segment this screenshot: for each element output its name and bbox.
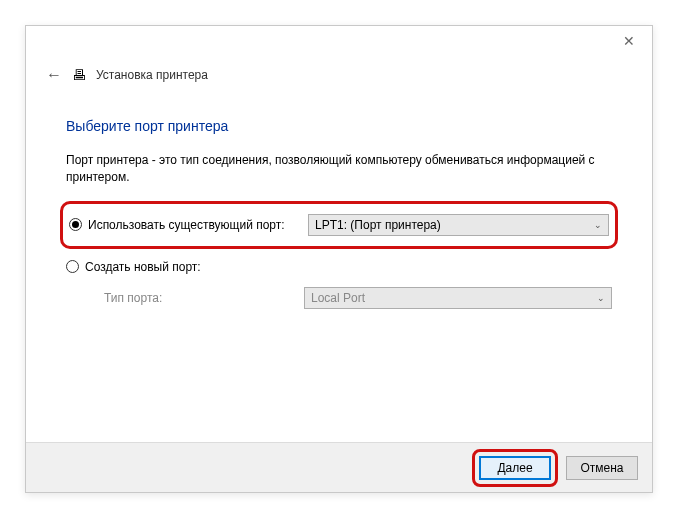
highlight-next-button: Далее <box>472 449 558 487</box>
option-create-new: Создать новый порт: <box>66 255 612 279</box>
select-port-type: Local Port ⌄ <box>304 287 612 309</box>
page-title: Выберите порт принтера <box>66 118 612 134</box>
printer-icon: 🖶 <box>72 67 86 83</box>
next-button-label: Далее <box>497 461 532 475</box>
port-type-row: Тип порта: Local Port ⌄ <box>66 287 612 309</box>
radio-use-existing[interactable] <box>69 218 82 231</box>
next-button[interactable]: Далее <box>479 456 551 480</box>
cancel-button-label: Отмена <box>580 461 623 475</box>
label-port-type: Тип порта: <box>104 291 304 305</box>
breadcrumb: Установка принтера <box>96 68 208 82</box>
select-port-type-value: Local Port <box>311 291 365 305</box>
label-create-new[interactable]: Создать новый порт: <box>85 260 305 274</box>
wizard-window: ✕ ← 🖶 Установка принтера Выберите порт п… <box>25 25 653 493</box>
option-use-existing: Использовать существующий порт: LPT1: (П… <box>69 209 609 241</box>
cancel-button[interactable]: Отмена <box>566 456 638 480</box>
close-icon[interactable]: ✕ <box>614 29 644 53</box>
select-existing-port[interactable]: LPT1: (Порт принтера) ⌄ <box>308 214 609 236</box>
radio-create-new[interactable] <box>66 260 79 273</box>
titlebar: ✕ <box>26 26 652 56</box>
select-existing-port-value: LPT1: (Порт принтера) <box>315 218 441 232</box>
content-area: Выберите порт принтера Порт принтера - э… <box>26 88 652 309</box>
chevron-down-icon: ⌄ <box>594 220 602 230</box>
button-bar: Далее Отмена <box>26 442 652 492</box>
back-arrow-icon[interactable]: ← <box>46 66 62 84</box>
label-use-existing[interactable]: Использовать существующий порт: <box>88 218 308 232</box>
highlight-existing-port: Использовать существующий порт: LPT1: (П… <box>60 201 618 249</box>
page-description: Порт принтера - это тип соединения, позв… <box>66 152 612 186</box>
header-row: ← 🖶 Установка принтера <box>26 56 652 88</box>
chevron-down-icon: ⌄ <box>597 293 605 303</box>
